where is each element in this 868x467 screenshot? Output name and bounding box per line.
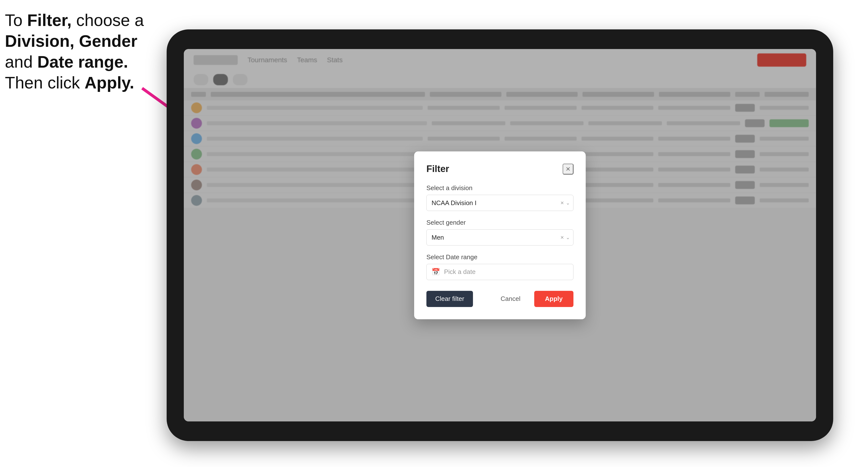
date-label: Select Date range — [426, 253, 574, 261]
gender-label: Select gender — [426, 219, 574, 226]
modal-title: Filter — [426, 164, 449, 174]
gender-form-group: Select gender Men Women Co-ed × ⌄ — [426, 219, 574, 246]
division-select-wrapper: NCAA Division I NCAA Division II NCAA Di… — [426, 195, 574, 211]
tablet-screen: Tournaments Teams Stats — [184, 49, 816, 422]
calendar-icon: 📅 — [432, 268, 440, 276]
apply-bold: Apply. — [85, 73, 134, 92]
gender-select-wrapper: Men Women Co-ed × ⌄ — [426, 229, 574, 246]
modal-overlay: Filter × Select a division NCAA Division… — [184, 49, 816, 422]
modal-footer: Clear filter Cancel Apply — [426, 291, 574, 307]
modal-header: Filter × — [426, 164, 574, 175]
gender-select[interactable]: Men Women Co-ed — [426, 229, 574, 246]
apply-button[interactable]: Apply — [534, 291, 574, 307]
division-form-group: Select a division NCAA Division I NCAA D… — [426, 184, 574, 211]
filter-bold: Filter, — [27, 11, 71, 29]
date-placeholder: Pick a date — [444, 268, 476, 276]
date-range-bold: Date range. — [37, 53, 128, 71]
filter-modal: Filter × Select a division NCAA Division… — [414, 151, 586, 319]
modal-close-button[interactable]: × — [563, 164, 574, 175]
division-label: Select a division — [426, 184, 574, 192]
division-select[interactable]: NCAA Division I NCAA Division II NCAA Di… — [426, 195, 574, 211]
division-gender-bold: Division, Gender — [5, 32, 137, 50]
date-form-group: Select Date range 📅 Pick a date — [426, 253, 574, 280]
clear-filter-button[interactable]: Clear filter — [426, 291, 473, 307]
date-picker[interactable]: 📅 Pick a date — [426, 264, 574, 280]
instruction-text: To Filter, choose a Division, Gender and… — [5, 10, 147, 93]
footer-right-buttons: Cancel Apply — [492, 291, 574, 307]
cancel-button[interactable]: Cancel — [492, 291, 529, 307]
tablet-frame: Tournaments Teams Stats — [167, 29, 833, 441]
